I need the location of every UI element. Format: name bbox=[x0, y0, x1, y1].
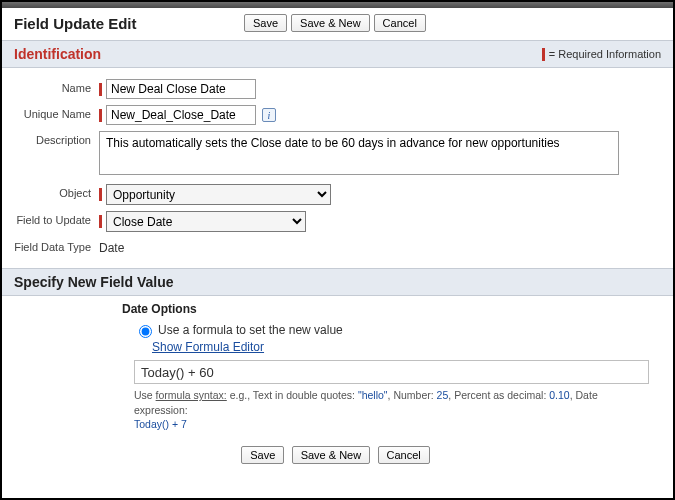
info-icon[interactable]: i bbox=[262, 108, 276, 122]
field-to-update-label: Field to Update bbox=[14, 211, 99, 226]
object-label: Object bbox=[14, 184, 99, 199]
use-formula-radio[interactable] bbox=[139, 325, 152, 338]
specify-header: Specify New Field Value bbox=[2, 268, 673, 296]
required-bar-icon bbox=[542, 48, 545, 61]
name-input[interactable] bbox=[106, 79, 256, 99]
name-label: Name bbox=[14, 79, 99, 94]
save-button-top[interactable]: Save bbox=[244, 14, 287, 32]
required-bar-icon bbox=[99, 83, 102, 96]
identification-title: Identification bbox=[14, 46, 101, 62]
save-new-button-top[interactable]: Save & New bbox=[291, 14, 370, 32]
field-data-type-value: Date bbox=[99, 238, 124, 255]
cancel-button-bottom[interactable]: Cancel bbox=[378, 446, 430, 464]
object-select[interactable]: Opportunity bbox=[106, 184, 331, 205]
unique-name-input[interactable] bbox=[106, 105, 256, 125]
required-bar-icon bbox=[99, 188, 102, 201]
identification-header: Identification = Required Information bbox=[2, 40, 673, 68]
date-options-heading: Date Options bbox=[2, 296, 673, 322]
unique-name-label: Unique Name bbox=[14, 105, 99, 120]
required-bar-icon bbox=[99, 215, 102, 228]
formula-hint: Use formula syntax: e.g., Text in double… bbox=[134, 388, 654, 432]
required-bar-icon bbox=[99, 109, 102, 122]
use-formula-label: Use a formula to set the new value bbox=[158, 323, 343, 337]
show-formula-editor-link[interactable]: Show Formula Editor bbox=[2, 340, 673, 360]
description-label: Description bbox=[14, 131, 99, 146]
formula-input[interactable]: Today() + 60 bbox=[134, 360, 649, 384]
cancel-button-top[interactable]: Cancel bbox=[374, 14, 426, 32]
field-to-update-select[interactable]: Close Date bbox=[106, 211, 306, 232]
required-info-legend: = Required Information bbox=[542, 48, 661, 61]
specify-title: Specify New Field Value bbox=[14, 274, 174, 290]
required-info-label: = Required Information bbox=[549, 48, 661, 60]
field-data-type-label: Field Data Type bbox=[14, 238, 99, 254]
page-title: Field Update Edit bbox=[14, 15, 244, 32]
description-textarea[interactable] bbox=[99, 131, 619, 175]
save-button-bottom[interactable]: Save bbox=[241, 446, 284, 464]
save-new-button-bottom[interactable]: Save & New bbox=[292, 446, 371, 464]
